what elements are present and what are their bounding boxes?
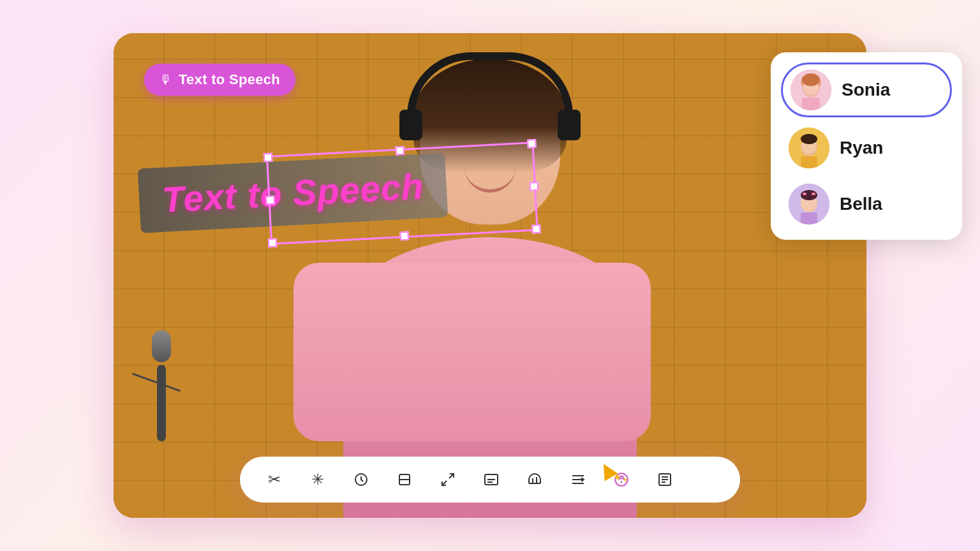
tts-badge-label: Text to Speech <box>179 71 280 88</box>
star-1: ✦ <box>613 471 621 483</box>
svg-line-3 <box>449 474 454 478</box>
person-arms <box>293 263 651 441</box>
bottom-toolbar: ✂ ✳ <box>240 457 740 503</box>
text-overlay-container[interactable]: Text to Speech <box>139 161 447 225</box>
voice-item-sonia[interactable]: Sonia <box>781 62 952 117</box>
bella-avatar-image <box>789 184 829 224</box>
resize-icon[interactable] <box>436 468 459 491</box>
voice-name-ryan: Ryan <box>840 138 883 158</box>
main-container: 🎙 Text to Speech Text to Speech <box>50 20 930 531</box>
svg-rect-35 <box>812 193 815 195</box>
headphone-ear-right <box>558 110 581 140</box>
person-headphones <box>407 52 573 116</box>
person-area <box>114 33 866 518</box>
crop-icon[interactable] <box>393 468 416 491</box>
cursor: ✦ ✦ <box>600 463 615 481</box>
star-2: ✦ <box>623 476 628 483</box>
avatar-bella <box>789 184 829 224</box>
svg-point-33 <box>801 190 817 200</box>
text-banner: Text to Speech <box>138 152 449 233</box>
voice-selection-panel: Sonia Ryan <box>771 52 962 240</box>
video-card: 🎙 Text to Speech Text to Speech <box>114 33 866 518</box>
headphone-ear-left <box>399 110 422 140</box>
avatar-sonia <box>791 70 831 110</box>
svg-rect-26 <box>801 156 817 168</box>
sonia-avatar-image <box>791 70 831 110</box>
mic-left-head <box>152 330 171 362</box>
tts-badge-icon: 🎙 <box>160 73 172 87</box>
person-body <box>286 46 694 518</box>
cursor-stars: ✦ ✦ <box>613 471 628 483</box>
asterisk-icon[interactable]: ✳ <box>306 468 329 491</box>
svg-line-4 <box>442 481 447 485</box>
timer-icon[interactable] <box>350 468 373 491</box>
mic-left-stand <box>152 330 171 441</box>
avatar-ryan <box>789 128 829 168</box>
svg-rect-31 <box>801 212 817 224</box>
tts-feature-badge[interactable]: 🎙 Text to Speech <box>144 64 295 96</box>
svg-point-23 <box>802 73 820 86</box>
voice-name-bella: Bella <box>840 194 882 214</box>
caption-icon[interactable] <box>480 468 503 491</box>
voice-item-ryan[interactable]: Ryan <box>781 122 952 173</box>
overlay-text: Text to Speech <box>161 166 425 219</box>
voice-item-bella[interactable]: Bella <box>781 179 952 230</box>
svg-rect-34 <box>803 193 806 195</box>
scissors-icon[interactable]: ✂ <box>263 468 286 491</box>
svg-point-28 <box>801 134 817 144</box>
audio-icon[interactable] <box>523 468 546 491</box>
text-edit-icon[interactable] <box>653 468 676 491</box>
svg-rect-21 <box>802 98 820 110</box>
mic-left-body <box>157 365 166 441</box>
voice-name-sonia: Sonia <box>842 80 890 100</box>
ryan-avatar-image <box>789 128 829 168</box>
align-icon[interactable] <box>567 468 590 491</box>
